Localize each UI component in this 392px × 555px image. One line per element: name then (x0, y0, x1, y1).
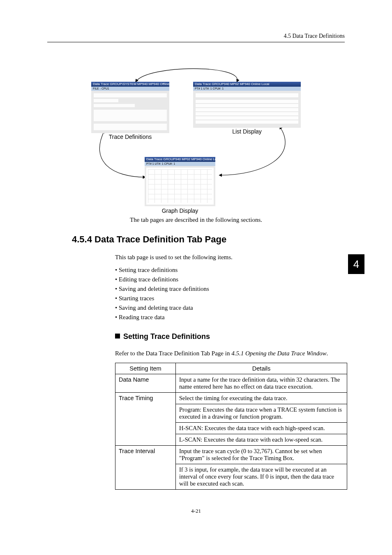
heading-setting-trace-definitions: Setting Trace Definitions (115, 332, 345, 341)
setting-item-label: Trace Timing (115, 393, 176, 446)
list-display-thumbnail: Data Trace GROUP940 MP02 MP940 Online Lo… (193, 82, 301, 128)
setting-item-details: Input a name for the trace definition da… (176, 374, 347, 393)
figure-tabs-diagram: Data Trace GROUP\SYSTEM MP940 MP940 Offl… (91, 60, 301, 208)
refer-paragraph: Refer to the Data Trace Definition Tab P… (115, 350, 345, 357)
setting-item-details: Select the timing for executing the data… (176, 393, 347, 404)
window-title: Data Trace GROUP940 MP02 MP940 Online Lo… (145, 157, 215, 162)
caption-list-display: List Display (193, 128, 301, 135)
setting-item-details: H-SCAN: Executes the data trace with eac… (176, 423, 347, 434)
setting-item-label: Data Name (115, 374, 176, 393)
bullet-item: Editing trace definitions (115, 276, 345, 283)
caption-trace-definitions: Trace Definitions (91, 134, 169, 140)
caption-graph-display: Graph Display (145, 207, 215, 214)
setting-item-details: Program: Executes the data trace when a … (176, 404, 347, 423)
heading-4-5-4: 4.5.4 Data Trace Definition Tab Page (72, 234, 345, 245)
window-title: Data Trace GROUP940 MP02 MP940 Online Lo… (193, 82, 301, 87)
page-header: 4.5 Data Trace Definitions (47, 33, 345, 42)
window-subtitle: PT# 1 UT#: 1 CPU#: 1 (193, 87, 301, 91)
trace-definitions-thumbnail: Data Trace GROUP\SYSTEM MP940 MP940 Offl… (91, 82, 169, 133)
page-number: 4-21 (47, 508, 345, 514)
graph-display-thumbnail: Data Trace GROUP940 MP02 MP940 Online Lo… (145, 157, 215, 206)
bullet-item: Setting trace definitions (115, 267, 345, 274)
bullet-item: Saving and deleting trace data (115, 304, 345, 311)
bullet-item: Starting traces (115, 295, 345, 302)
setting-item-label: Trace Interval (115, 446, 176, 490)
bullet-item: Reading trace data (115, 314, 345, 321)
window-subtitle: FILE - CPU1 (91, 87, 169, 91)
window-title: Data Trace GROUP\SYSTEM MP940 MP940 Offl… (91, 82, 169, 87)
chapter-tab: 4 (348, 254, 364, 274)
cross-reference: 4.5.1 Opening the Data Trace Window (231, 350, 326, 357)
col-setting-item: Setting Item (115, 363, 176, 374)
table-row: Trace Interval Input the trace scan cycl… (115, 446, 347, 464)
settings-table: Setting Item Details Data Name Input a n… (115, 363, 347, 490)
tab-page-intro: This tab page is used to set the followi… (115, 254, 345, 261)
window-subtitle: PT# 1 UT#: 1 CPU#: 1 (145, 162, 215, 166)
setting-item-details: If 3 is input, for example, the data tra… (176, 464, 347, 490)
setting-item-details: Input the trace scan cycle (0 to 32,767)… (176, 446, 347, 464)
table-row: Data Name Input a name for the trace def… (115, 374, 347, 393)
table-row: Trace Timing Select the timing for execu… (115, 393, 347, 404)
setting-item-details: L-SCAN: Executes the data trace with eac… (176, 434, 347, 446)
bullet-item: Saving and deleting trace definitions (115, 286, 345, 292)
square-bullet-icon (115, 334, 120, 339)
col-details: Details (176, 363, 347, 374)
tabs-description: The tab pages are described in the follo… (47, 216, 345, 223)
